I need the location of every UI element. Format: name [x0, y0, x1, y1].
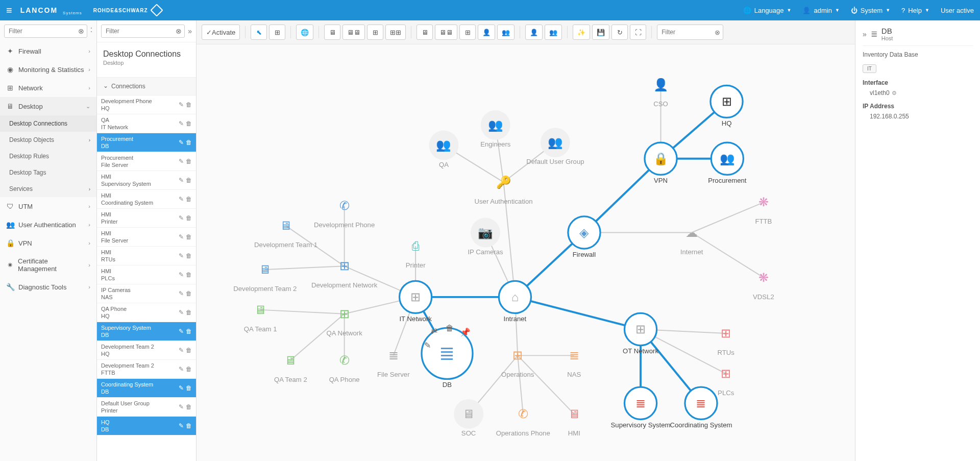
connection-item[interactable]: HQDB✎🗑 — [97, 417, 196, 435]
topology-node-dev_net[interactable]: ⊞Development Network — [311, 259, 378, 289]
topology-edge[interactable] — [260, 310, 345, 314]
topology-node-hmi[interactable]: 🖥HMI — [568, 407, 580, 437]
edit-icon[interactable]: ✎ — [179, 347, 184, 354]
sidebar-item-network[interactable]: ⊞Network› — [0, 79, 96, 97]
delete-icon[interactable]: 🗑 — [186, 328, 192, 335]
connection-item[interactable]: QA PhoneHQ✎🗑 — [97, 303, 196, 322]
delete-icon[interactable]: 🗑 — [186, 158, 192, 165]
topology-node-ops_phone[interactable]: ✆Operations Phone — [496, 407, 550, 437]
topology-edge[interactable] — [290, 314, 344, 360]
connections-section-header[interactable]: Connections — [97, 77, 196, 95]
delete-icon[interactable]: 🗑 — [186, 422, 192, 429]
topology-node-qa_grp[interactable]: 👥QA — [429, 130, 458, 168]
edit-icon[interactable]: ✎ — [179, 403, 184, 410]
topology-node-vpn[interactable]: 🔒VPN — [645, 142, 677, 184]
db-edit-icon[interactable]: ✎ — [424, 341, 431, 350]
delete-icon[interactable]: 🗑 — [186, 366, 192, 373]
db-delete-icon[interactable]: 🗑 — [446, 324, 454, 332]
connection-item[interactable]: HMIRTUs✎🗑 — [97, 247, 196, 265]
edit-icon[interactable]: ✎ — [179, 120, 184, 127]
topology-node-procurement[interactable]: 👥Procurement — [708, 142, 747, 184]
sidebar-item-firewall[interactable]: ✦Firewall› — [0, 42, 96, 60]
topology-node-fttb[interactable]: ❋FTTB — [755, 196, 772, 225]
topology-node-ot_net[interactable]: ⊞OT Network — [623, 313, 658, 355]
sidebar-item-utm[interactable]: 🛡UTM› — [0, 197, 96, 215]
delete-icon[interactable]: 🗑 — [186, 290, 192, 297]
connections-collapse-icon[interactable]: » — [188, 27, 192, 35]
connection-item[interactable]: IP CamerasNAS✎🗑 — [97, 284, 196, 303]
connection-item[interactable]: Default User GroupPrinter✎🗑 — [97, 398, 196, 417]
connection-item[interactable]: Supervisory SystemDB✎🗑 — [97, 322, 196, 341]
topology-edge[interactable] — [692, 202, 764, 232]
edit-icon[interactable]: ✎ — [179, 177, 184, 184]
details-tag[interactable]: IT — [863, 64, 876, 73]
sidebar-item-diagnostic-tools[interactable]: 🔧Diagnostic Tools› — [0, 278, 96, 296]
delete-icon[interactable]: 🗑 — [186, 384, 192, 392]
sidebar-subitem-desktop-connections[interactable]: Desktop Connections — [0, 115, 96, 132]
networks-object-button[interactable]: ⊞⊞ — [385, 25, 406, 40]
connection-item[interactable]: ProcurementDB✎🗑 — [97, 133, 196, 152]
help-menu[interactable]: ?Help▼ — [901, 7, 929, 14]
topology-node-qa_t2[interactable]: 🖥QA Team 2 — [274, 354, 307, 383]
edit-icon[interactable]: ✎ — [179, 158, 184, 165]
connection-item[interactable]: QAIT Network✎🗑 — [97, 114, 196, 133]
topology-node-plcs[interactable]: ⊞PLCs — [718, 367, 734, 397]
pointer-tool[interactable]: ⬉ — [251, 25, 267, 40]
connection-item[interactable]: HMIFile Server✎🗑 — [97, 228, 196, 247]
sidebar-item-monitoring-statistics[interactable]: ◉Monitoring & Statistics› — [0, 60, 96, 79]
topology-node-soc[interactable]: 🖥SOC — [454, 399, 483, 437]
canvas-filter-clear-icon[interactable]: ⊗ — [715, 29, 720, 36]
delete-icon[interactable]: 🗑 — [186, 101, 192, 108]
topology-tool[interactable]: ⊞ — [269, 25, 285, 40]
topology-edge[interactable] — [515, 297, 641, 329]
delete-icon[interactable]: 🗑 — [186, 233, 192, 240]
delete-icon[interactable]: 🗑 — [186, 177, 192, 184]
sidebar-sort-toggle[interactable]: ˄˅ — [90, 25, 92, 38]
edit-icon[interactable]: ✎ — [179, 422, 184, 429]
delete-icon[interactable]: 🗑 — [186, 214, 192, 222]
edit-icon[interactable]: ✎ — [179, 328, 184, 335]
topology-edge[interactable] — [265, 266, 344, 270]
connections-filter-clear-icon[interactable]: ⊗ — [176, 27, 182, 35]
interface-gear-icon[interactable]: ⚙ — [892, 90, 897, 96]
sidebar-filter-input[interactable] — [4, 25, 87, 38]
connection-item[interactable]: Development Team 2HQ✎🗑 — [97, 341, 196, 360]
connection-item[interactable]: Development PhoneHQ✎🗑 — [97, 95, 196, 114]
topology-node-operations[interactable]: ⊞Operations — [501, 349, 534, 378]
topology-edge[interactable] — [518, 355, 523, 414]
sidebar-item-user-authentication[interactable]: 👥User Authentication› — [0, 215, 96, 234]
topology-node-db[interactable]: ≣DB — [422, 328, 473, 389]
vpn-network-button[interactable]: ⊞ — [459, 25, 476, 40]
delete-icon[interactable]: 🗑 — [186, 309, 192, 316]
host-object-button[interactable]: 🖥 — [324, 25, 340, 40]
db-pin-icon[interactable]: 📌 — [460, 327, 471, 337]
vpn-host-button[interactable]: 🖥 — [416, 25, 433, 40]
user-button[interactable]: 👤 — [525, 25, 543, 40]
edit-icon[interactable]: ✎ — [179, 309, 184, 316]
users-button[interactable]: 👥 — [545, 25, 562, 40]
sidebar-subitem-services[interactable]: Services› — [0, 181, 96, 197]
delete-icon[interactable]: 🗑 — [186, 347, 192, 354]
topology-node-it_net[interactable]: ⊞IT Network — [399, 281, 432, 323]
topology-node-dev_t2[interactable]: 🖥Development Team 2 — [233, 263, 297, 293]
sidebar-item-vpn[interactable]: 🔒VPN› — [0, 234, 96, 252]
edit-icon[interactable]: ✎ — [179, 271, 184, 278]
breadcrumb[interactable]: Desktop — [103, 60, 190, 66]
topology-node-intranet[interactable]: ⌂Intranet — [499, 281, 531, 323]
save-button[interactable]: 💾 — [592, 25, 609, 40]
edit-icon[interactable]: ✎ — [179, 196, 184, 203]
vpn-user-button[interactable]: 👤 — [478, 25, 495, 40]
topology-node-user_auth[interactable]: 🔑User Authentication — [475, 175, 533, 205]
topology-node-vdsl2[interactable]: ❋VDSL2 — [753, 271, 774, 301]
fit-screen-button[interactable]: ⛶ — [630, 25, 646, 40]
edit-icon[interactable]: ✎ — [179, 139, 184, 146]
magic-wand-button[interactable]: ✨ — [573, 25, 590, 40]
sidebar-subitem-desktop-rules[interactable]: Desktop Rules — [0, 148, 96, 164]
topology-node-dev_t1[interactable]: 🖥Development Team 1 — [254, 219, 317, 249]
delete-icon[interactable]: 🗑 — [186, 139, 192, 146]
topology-node-file_srv[interactable]: ≣File Server — [377, 349, 410, 378]
topology-node-supervisory[interactable]: ≣Supervisory System — [611, 387, 671, 429]
delete-icon[interactable]: 🗑 — [186, 252, 192, 259]
topology-canvas[interactable]: ✆Development Phone🖥Development Team 1🖥De… — [197, 44, 855, 461]
sidebar-subitem-desktop-objects[interactable]: Desktop Objects› — [0, 132, 96, 148]
